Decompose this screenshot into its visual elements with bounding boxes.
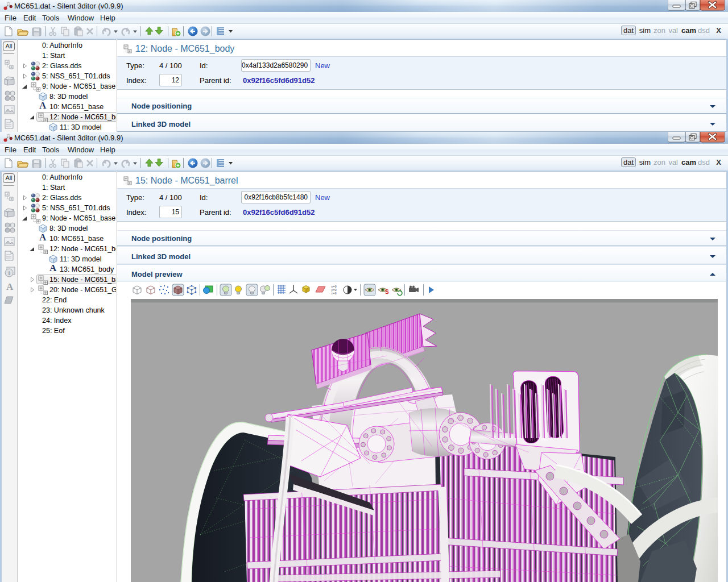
svg-text:S: S (385, 289, 389, 295)
svg-text:z=0: z=0 (331, 292, 337, 296)
svg-text:A: A (6, 281, 14, 292)
svg-text:i: i (8, 269, 10, 276)
